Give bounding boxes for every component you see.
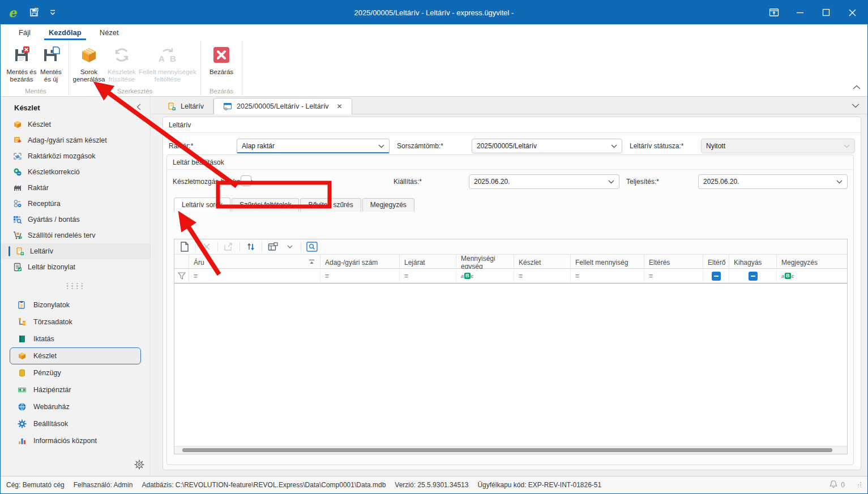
layout-button[interactable] <box>266 240 280 253</box>
column-header-elteres[interactable]: Eltérés <box>644 255 703 270</box>
tab-kezdolap[interactable]: Kezdőlap <box>40 26 91 40</box>
sidebar-item-receptura[interactable]: Receptúra <box>1 196 150 212</box>
module-item-penzugy[interactable]: Pénzügy <box>1 364 150 381</box>
teljesites-value: 2025.06.20. <box>703 178 739 186</box>
mentes-es-uj-button[interactable]: Mentés és új <box>37 44 65 83</box>
sidebar-item-leltariv[interactable]: ? Leltárív <box>1 243 150 259</box>
document-tab-strip: ? Leltárív 2025/00005/Leltárív - Leltárí… <box>151 98 867 114</box>
raktar-combobox[interactable]: Alap raktár <box>237 139 390 153</box>
app-window: e 2025/00005/Leltárív - Leltárív - expre… <box>0 0 868 494</box>
chevron-down-icon <box>611 142 617 150</box>
tab-fajl[interactable]: Fájl <box>10 26 40 40</box>
status-company: Cég: Bemutató cég <box>6 481 65 489</box>
notifications-bell-icon[interactable] <box>829 480 837 490</box>
sort-button[interactable] <box>243 240 258 253</box>
module-item-torzsadatok[interactable]: Törzsadatok <box>1 313 150 330</box>
document-tab-leltariv[interactable]: ? Leltárív <box>158 98 213 114</box>
filter-cell-mennyisegi-egyseg[interactable]: aBc <box>456 269 514 283</box>
sidebar-item-adag-gyari-szam-keszlet[interactable]: Adag-/gyári szám készlet <box>1 132 150 148</box>
keszletmozgas-blokkolasa-checkbox[interactable] <box>241 175 251 186</box>
sidebar-item-keszletkorrekcio[interactable]: Készletkorrekció <box>1 164 150 180</box>
master-data-icon <box>18 317 27 327</box>
module-item-beallitasok[interactable]: Beállítások <box>1 415 150 432</box>
keszletek-frissitese-button: Készletek frissítése <box>105 44 138 83</box>
sidebar-item-raktarkozi-mozgasok[interactable]: Raktárközi mozgások <box>1 148 150 164</box>
column-header-megjegyzes[interactable]: Megjegyzés <box>777 255 847 270</box>
indeterminate-checkbox-icon <box>749 272 758 281</box>
sorok-generalasa-button[interactable]: Sorok generálása <box>72 44 105 83</box>
filter-cell-aru[interactable]: = <box>189 269 320 283</box>
bezaras-button[interactable]: Bezárás <box>204 44 238 76</box>
tab-megjegyzes[interactable]: Megjegyzés <box>362 198 414 212</box>
column-header-fellelt-mennyiseg[interactable]: Fellelt mennyiség <box>571 255 644 270</box>
filter-cell-keszlet[interactable]: = <box>514 269 571 283</box>
sidebar-item-leltar-bizonylat[interactable]: Leltár bizonylat <box>1 259 150 275</box>
filter-cell-kihagyas[interactable] <box>729 269 777 283</box>
abc-filter-icon: aBc <box>781 273 794 279</box>
leltar-beallitasok-groupbox: Leltár beállítások Készletmozgás blokkol… <box>166 154 854 465</box>
grid-empty-area[interactable] <box>174 283 847 446</box>
module-item-iktatas[interactable]: Iktatás <box>1 330 150 347</box>
mentes-es-bezaras-button[interactable]: Mentés és bezárás <box>6 44 37 83</box>
module-item-informacios-kozpont[interactable]: Információs központ <box>1 432 150 449</box>
minimize-button[interactable] <box>789 4 811 21</box>
status-client-code: Ügyfélkapu kód: EXP-REV-INT-01826-51 <box>477 481 601 489</box>
filter-cell-lejarat[interactable]: = <box>400 269 456 283</box>
content-area: ? Leltárív 2025/00005/Leltárív - Leltárí… <box>151 97 867 476</box>
ribbon-collapse-chevron-icon[interactable] <box>853 83 861 91</box>
sidebar-item-keszlet[interactable]: Készlet <box>1 117 150 132</box>
sidebar-splitter-handle[interactable]: :::::::: <box>1 275 150 297</box>
tab-bovitett-szures[interactable]: Bővített szűrés <box>300 198 361 212</box>
search-button[interactable] <box>305 240 319 253</box>
sidebar-item-szallitoi-rendeles-terv[interactable]: ? Szállítói rendelés terv <box>1 227 150 243</box>
maximize-button[interactable] <box>815 4 837 21</box>
column-header-adag-gyari-szam[interactable]: Adag-/gyári szám <box>320 255 400 270</box>
layout-dropdown-chevron-icon[interactable] <box>283 240 297 253</box>
tab-list-chevron-icon[interactable] <box>852 102 860 110</box>
add-row-button[interactable] <box>177 240 192 253</box>
sidebar-item-raktar[interactable]: Raktár <box>1 180 150 196</box>
notifications-count: 0 <box>841 481 845 489</box>
sidebar-item-label: Receptúra <box>28 200 61 208</box>
sorszamtomb-combobox[interactable]: 2025/00005/Leltárív <box>472 139 622 153</box>
horizontal-scrollbar[interactable] <box>174 446 847 454</box>
customize-quick-access-icon[interactable] <box>49 10 56 15</box>
sidebar-collapse-chevron-icon[interactable] <box>136 104 141 112</box>
module-item-keszlet[interactable]: Készlet <box>10 347 141 364</box>
tab-close-icon[interactable]: ✕ <box>337 102 343 110</box>
column-header-mennyisegi-egyseg[interactable]: Mennyiségi egység <box>456 255 514 270</box>
tab-leltariv-sorok[interactable]: Leltárív sorok <box>174 197 230 212</box>
grid-toolbar <box>174 239 847 255</box>
filter-cell-megjegyzes[interactable]: aBc <box>777 269 847 283</box>
tab-szuresi-feltetelek[interactable]: Szűrési feltételek <box>232 198 299 212</box>
column-header-aru[interactable]: Áru <box>189 255 320 270</box>
close-button[interactable] <box>841 4 863 21</box>
filter-cell-adag[interactable]: = <box>320 269 400 283</box>
module-item-bizonylatok[interactable]: Bizonylatok <box>1 297 150 313</box>
filter-cell-fellelt[interactable]: = <box>571 269 644 283</box>
teljesites-date-combobox[interactable]: 2025.06.20. <box>698 174 848 189</box>
filter-cell-eltero[interactable] <box>703 269 729 283</box>
filter-funnel-icon[interactable] <box>174 269 189 283</box>
kiallitas-date-combobox[interactable]: 2025.06.20. <box>469 174 619 189</box>
resize-grip-icon[interactable] <box>856 481 862 489</box>
info-center-icon <box>18 436 27 445</box>
refresh-icon <box>113 46 131 66</box>
restore-window-icon[interactable] <box>763 4 785 21</box>
scrollbar-thumb[interactable] <box>182 448 832 452</box>
module-item-webaruhaz[interactable]: Webáruház <box>1 398 150 415</box>
column-header-kihagyas[interactable]: Kihagyás <box>729 255 777 270</box>
module-item-hazipenztar[interactable]: Házipénztár <box>1 381 150 398</box>
tab-nezet[interactable]: Nézet <box>91 26 128 40</box>
sidebar-item-gyartas-bontas[interactable]: Gyártás / bontás <box>1 212 150 227</box>
column-header-eltero[interactable]: Eltérő <box>703 255 729 270</box>
quick-save-close-icon[interactable] <box>29 7 39 18</box>
document-tab-active[interactable]: 2025/00005/Leltárív - Leltárív ✕ <box>213 98 352 114</box>
column-header-lejarat[interactable]: Lejárat <box>400 255 456 270</box>
column-header-keszlet[interactable]: Készlet <box>514 255 571 270</box>
save-new-icon <box>42 46 60 66</box>
filter-cell-elteres[interactable]: = <box>644 269 703 283</box>
filter-indicator-column <box>174 255 189 270</box>
indeterminate-checkbox-icon <box>712 272 721 281</box>
sidebar-settings-gear-icon[interactable] <box>134 459 144 471</box>
